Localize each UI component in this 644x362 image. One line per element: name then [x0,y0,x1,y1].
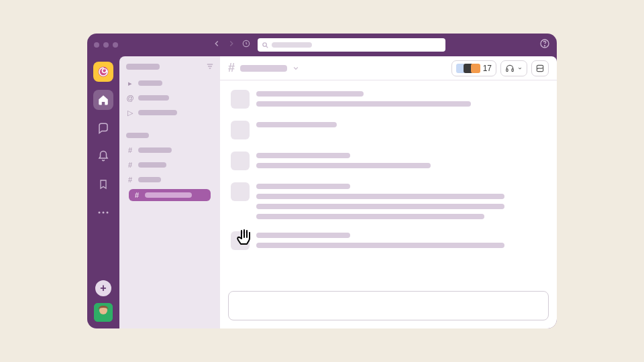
avatar[interactable] [231,121,250,139]
svg-point-6 [103,212,105,214]
hash-icon: # [133,191,141,199]
nav-saved[interactable] [93,174,113,194]
sidebar-item-mentions[interactable]: @ [126,93,213,103]
search-skeleton [272,42,312,48]
chat-icon [97,122,109,134]
nav-dms[interactable] [93,118,113,138]
main-pane: # 17 [220,56,557,328]
svg-point-7 [107,212,109,214]
svg-point-1 [263,42,267,46]
svg-rect-10 [506,68,508,71]
message[interactable] [231,90,546,109]
nav-forward[interactable] [227,39,236,51]
window-close[interactable] [94,42,99,48]
message[interactable] [231,152,546,170]
chevron-icon: ▸ [126,79,134,88]
channel-header: # 17 [220,56,557,80]
channel-item[interactable]: # [126,174,213,185]
workspace-name[interactable] [119,63,220,75]
search-icon [262,42,269,49]
channel-name[interactable] [240,65,287,72]
svg-point-3 [544,46,545,46]
window-minimize[interactable] [103,42,109,48]
nav-back[interactable] [212,39,221,51]
spiral-logo-icon [97,66,109,78]
window-zoom[interactable] [113,42,118,48]
nav-home[interactable] [93,90,113,110]
sidebar-section-top: ▸ @ ▷ [119,75,220,121]
avatar-icon [94,303,113,322]
message[interactable] [231,121,546,139]
add-workspace-button[interactable]: + [95,280,111,296]
avatar[interactable] [231,231,250,250]
chevron-down-icon [517,66,523,71]
channel-hash-icon: # [228,61,235,75]
nav-activity[interactable] [93,146,113,166]
search-input[interactable] [258,38,445,52]
nav-more[interactable] [93,202,113,223]
plus-label: + [100,282,106,294]
workspace-switcher[interactable] [93,62,113,82]
bookmark-icon [98,178,109,190]
chevron-down-icon[interactable] [292,65,299,72]
avatar[interactable] [231,152,250,170]
filter-icon[interactable] [207,63,213,70]
section-header[interactable] [126,130,213,141]
channel-item[interactable]: # [126,145,213,156]
avatar[interactable] [231,90,250,109]
send-icon: ▷ [126,109,134,117]
hash-icon: # [126,161,134,169]
headphones-icon [505,64,515,73]
more-icon [97,210,109,215]
canvas-button[interactable] [531,60,549,76]
hash-icon: # [126,146,134,154]
titlebar [87,34,557,56]
message[interactable] [231,182,546,219]
huddle-button[interactable] [500,60,527,76]
compose-icon [535,64,545,73]
channel-item-active[interactable]: # [129,189,211,201]
app-window: + ▸ [87,34,557,328]
home-icon [97,94,109,106]
mention-icon: @ [126,94,134,102]
svg-point-5 [99,212,101,214]
message-list[interactable] [220,80,557,291]
member-avatars [456,64,480,73]
window-controls[interactable] [94,42,118,48]
avatar[interactable] [231,182,250,201]
self-avatar[interactable] [94,303,113,322]
svg-rect-11 [512,68,513,71]
channel-sidebar: ▸ @ ▷ # [119,56,220,328]
history-icon[interactable] [241,39,251,51]
sidebar-item[interactable]: ▸ [126,78,213,88]
members-pill[interactable]: 17 [451,60,496,76]
message[interactable] [231,231,546,250]
sidebar-section-channels: # # # # [119,127,220,204]
channel-item[interactable]: # [126,160,213,170]
workspace-rail: + [87,56,119,328]
bell-icon [97,150,109,162]
help-icon[interactable] [539,38,550,52]
hash-icon: # [126,176,134,184]
members-count: 17 [483,64,492,73]
sidebar-item-drafts[interactable]: ▷ [126,107,213,118]
message-composer[interactable] [228,291,549,320]
